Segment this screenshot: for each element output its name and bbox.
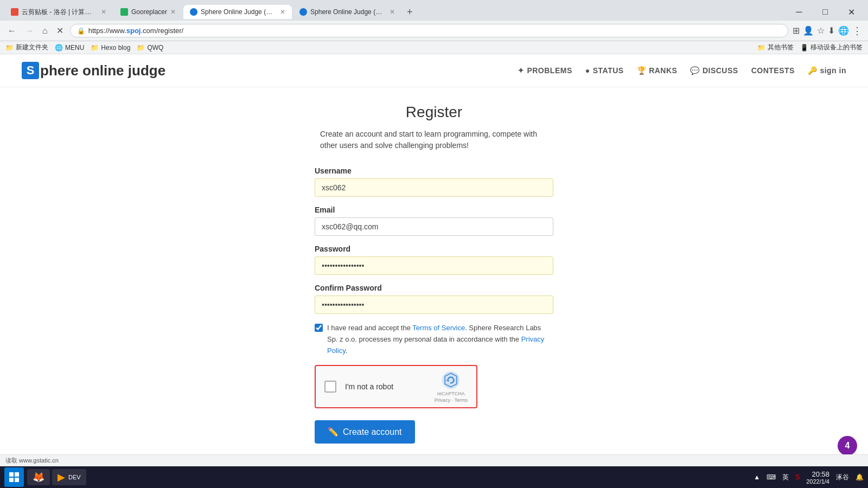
- nav-ranks[interactable]: 🏆 RANKS: [637, 66, 678, 75]
- tab-title-1: 云剪贴板 - 洛谷 | 计算机科学...: [22, 8, 98, 17]
- browser-tab-1[interactable]: 云剪贴板 - 洛谷 | 计算机科学... ✕: [4, 4, 113, 20]
- nav-actions: ⊞ 👤 ☆ ⬇ 🌐 ⋮: [793, 25, 863, 37]
- bookmark-new-folder[interactable]: 📁 新建文件夹: [5, 43, 48, 52]
- password-group: Password: [315, 245, 553, 275]
- tab-close-2[interactable]: ✕: [170, 8, 176, 16]
- pencil-icon: ✏️: [328, 427, 339, 437]
- captcha-privacy-link[interactable]: Privacy: [435, 397, 451, 403]
- terms-checkbox[interactable]: [315, 324, 323, 332]
- nav-discuss[interactable]: 💬 DISCUSS: [690, 66, 738, 75]
- maximize-button[interactable]: □: [813, 3, 838, 21]
- page-title: Register: [406, 104, 462, 121]
- bookmark-hexo[interactable]: 📁 Hexo blog: [91, 44, 130, 52]
- site-nav: S phere online judge ✦ PROBLEMS ● STATUS…: [0, 54, 868, 87]
- address-url: https://www.spoj.com/register/: [88, 27, 184, 35]
- logo-s: S: [22, 62, 39, 79]
- bookmark-label: 新建文件夹: [16, 43, 48, 52]
- tab-close-1[interactable]: ✕: [101, 8, 106, 16]
- bookmark-icon[interactable]: ☆: [817, 25, 825, 36]
- create-account-button[interactable]: ✏️ Create account: [315, 420, 415, 444]
- bookmarks-bar: 📁 新建文件夹 🌐 MENU 📁 Hexo blog 📁 QWQ 📁 其他书签 …: [0, 41, 868, 54]
- back-button[interactable]: ←: [5, 25, 18, 37]
- minimize-button[interactable]: ─: [787, 3, 812, 21]
- browser-tab-3[interactable]: Sphere Online Judge (SPOJ) ✕: [183, 5, 292, 19]
- logo-text: phere online judge: [40, 62, 165, 79]
- terms-of-service-link[interactable]: Terms of Service: [412, 324, 465, 332]
- nav-ranks-label: RANKS: [649, 66, 677, 75]
- bookmark-other[interactable]: 📁 其他书签: [757, 43, 794, 52]
- new-tab-button[interactable]: +: [403, 4, 417, 20]
- browser-tab-4[interactable]: Sphere Online Judge (SPOJ) ✕: [293, 5, 401, 19]
- confirm-password-input[interactable]: [315, 296, 553, 314]
- password-label: Password: [315, 245, 553, 253]
- nav-contests[interactable]: CONTESTS: [751, 66, 795, 75]
- tab-favicon-3: [190, 8, 197, 16]
- nav-problems-label: PROBLEMS: [527, 66, 572, 75]
- privacy-policy-link[interactable]: Privacy Policy: [327, 335, 544, 355]
- address-bar[interactable]: 🔒 https://www.spoj.com/register/: [70, 24, 788, 37]
- nav-contests-label: CONTESTS: [751, 66, 795, 75]
- confirm-password-group: Confirm Password: [315, 284, 553, 314]
- globe-icon[interactable]: 🌐: [838, 25, 849, 36]
- captcha-widget[interactable]: I'm not a robot reCAPTCHA Privacy ·: [315, 365, 477, 408]
- recaptcha-logo: [441, 370, 461, 390]
- folder-icon: 📁: [5, 44, 14, 52]
- signin-icon: 🔑: [808, 66, 818, 75]
- site-nav-links: ✦ PROBLEMS ● STATUS 🏆 RANKS 💬 DISCUSS CO…: [518, 66, 846, 75]
- terms-text: I have read and accept the Terms of Serv…: [327, 323, 553, 356]
- download-icon[interactable]: ⬇: [828, 25, 835, 36]
- bookmark-qwq[interactable]: 📁 QWQ: [137, 44, 163, 52]
- captcha-logo-area: reCAPTCHA Privacy · Terms: [435, 370, 468, 403]
- bookmark-other-label: 其他书签: [768, 43, 794, 52]
- tab-title-3: Sphere Online Judge (SPOJ): [201, 8, 277, 16]
- terms-label[interactable]: I have read and accept the Terms of Serv…: [315, 323, 553, 356]
- folder-icon-other: 📁: [757, 44, 765, 52]
- chat-icon: 💬: [690, 66, 700, 75]
- bookmark-label: MENU: [65, 44, 84, 52]
- nav-status[interactable]: ● STATUS: [585, 66, 624, 75]
- circle-icon: ●: [585, 66, 590, 75]
- terms-section: I have read and accept the Terms of Serv…: [315, 323, 553, 356]
- extensions-icon[interactable]: ⊞: [793, 25, 800, 36]
- forward-button[interactable]: →: [23, 25, 36, 37]
- nav-signin-label: sign in: [820, 66, 846, 75]
- lock-icon: 🔒: [77, 27, 85, 35]
- home-button[interactable]: ⌂: [40, 25, 50, 37]
- tab-close-4[interactable]: ✕: [390, 8, 395, 16]
- tab-favicon-1: [11, 8, 18, 16]
- tab-close-3[interactable]: ✕: [280, 8, 285, 16]
- main-content: Register Create an account and start to …: [0, 87, 868, 465]
- page-subtitle: Create an account and start to learn pro…: [320, 129, 548, 151]
- nav-discuss-label: DISCUSS: [703, 66, 738, 75]
- tab-favicon-2: [120, 8, 128, 16]
- close-button[interactable]: ✕: [839, 3, 864, 21]
- menu-icon[interactable]: ⋮: [852, 25, 863, 37]
- page-content: S phere online judge ✦ PROBLEMS ● STATUS…: [0, 54, 868, 465]
- nav-problems[interactable]: ✦ PROBLEMS: [518, 66, 572, 75]
- bookmark-label: QWQ: [147, 44, 163, 52]
- email-input[interactable]: [315, 217, 553, 236]
- create-account-label: Create account: [343, 427, 402, 437]
- nav-signin[interactable]: 🔑 sign in: [808, 66, 846, 75]
- password-input[interactable]: [315, 256, 553, 275]
- puzzle-icon: ✦: [518, 66, 525, 75]
- bookmark-mobile-label: 移动设备上的书签: [810, 43, 863, 52]
- bookmark-mobile[interactable]: 📱 移动设备上的书签: [800, 43, 863, 52]
- profile-icon[interactable]: 👤: [803, 25, 814, 36]
- captcha-links: Privacy · Terms: [435, 397, 468, 403]
- tab-favicon-4: [299, 8, 307, 16]
- phone-icon: 📱: [800, 44, 808, 52]
- status-bar: 读取 www.gstatic.cn: [0, 454, 868, 465]
- username-input[interactable]: [315, 178, 553, 197]
- notification-badge[interactable]: 4: [838, 436, 857, 455]
- captcha-checkbox[interactable]: [324, 381, 336, 393]
- username-label: Username: [315, 166, 553, 175]
- bookmark-label: Hexo blog: [101, 44, 130, 52]
- browser-tab-2[interactable]: Gooreplacer ✕: [114, 5, 182, 19]
- status-text: 读取 www.gstatic.cn: [5, 457, 59, 465]
- browser-nav-bar: ← → ⌂ ✕ 🔒 https://www.spoj.com/register/…: [0, 21, 868, 41]
- reload-button[interactable]: ✕: [54, 24, 66, 37]
- captcha-terms-link[interactable]: Terms: [455, 397, 468, 403]
- site-logo: S phere online judge: [22, 62, 165, 79]
- bookmark-menu[interactable]: 🌐 MENU: [55, 44, 84, 52]
